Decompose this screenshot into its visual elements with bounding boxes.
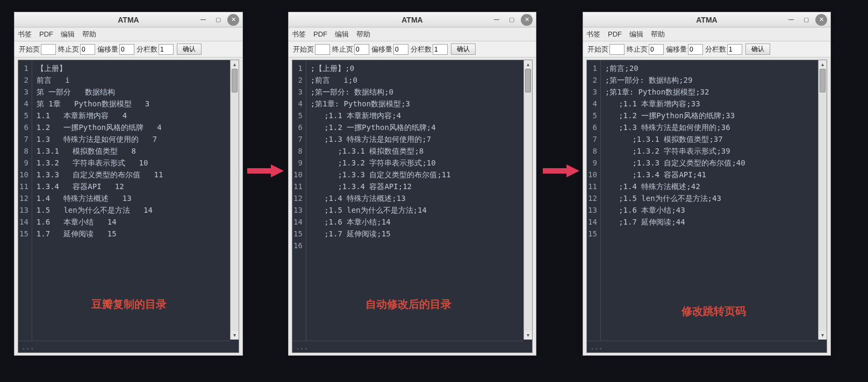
menu-item-3[interactable]: 帮助 <box>651 30 665 39</box>
columns-label: 分栏数 <box>137 45 157 54</box>
code-line: ;1.3.1 模拟数值类型;8 <box>311 145 528 157</box>
code-line: ;1.3 特殊方法是如何使用的;7 <box>311 133 528 145</box>
code-line: ;1.2 一摞Python风格的纸牌;33 <box>605 110 822 121</box>
code-line: ;第一部分: 数据结构;29 <box>605 74 822 86</box>
vertical-scrollbar[interactable]: ▴▾ <box>230 60 239 340</box>
code-line: ;1.1 本章新增内容;33 <box>605 98 822 110</box>
menu-item-1[interactable]: PDF <box>39 30 53 38</box>
editor-area: 1 2 3 4 5 6 7 8 9 10 11 12 13 14 15 16 ;… <box>292 60 533 353</box>
menu-item-0[interactable]: 书签 <box>586 30 600 39</box>
offset-input[interactable] <box>393 44 408 55</box>
end-page-input[interactable] <box>80 44 95 55</box>
toolbar: 开始页终止页偏移量分栏数确认 <box>289 41 536 57</box>
code-line: ;1.7 延伸阅读;15 <box>311 228 528 240</box>
code-line: 1.3.3 自定义类型的布尔值 11 <box>37 169 234 181</box>
vertical-scrollbar[interactable]: ▴▾ <box>523 60 532 340</box>
scroll-thumb[interactable] <box>525 69 531 92</box>
maximize-button[interactable] <box>212 14 224 26</box>
code-line: ;1.7 延伸阅读;44 <box>605 216 822 228</box>
code-line: 1.6 本章小结 14 <box>37 216 234 228</box>
code-line: ;1.5 len为什么不是方法;43 <box>605 192 822 204</box>
code-line: ;前言;20 <box>605 62 822 74</box>
code-line: 1.7 延伸阅读 15 <box>37 228 234 240</box>
code-line: 1.3 特殊方法是如何使用的 7 <box>37 133 234 145</box>
columns-input[interactable] <box>433 44 448 55</box>
maximize-button[interactable] <box>506 14 518 26</box>
code-line <box>605 228 822 240</box>
menu-item-1[interactable]: PDF <box>608 30 622 38</box>
code-line: ;第1章: Python数据模型;32 <box>605 86 822 98</box>
code-line: ;1.4 特殊方法概述;42 <box>605 181 822 192</box>
menu-item-2[interactable]: 编辑 <box>335 30 349 39</box>
scroll-up-icon[interactable]: ▴ <box>231 60 239 69</box>
end-page-label: 终止页 <box>332 45 353 54</box>
line-number-gutter: 1 2 3 4 5 6 7 8 9 10 11 12 13 14 15 <box>587 60 601 342</box>
titlebar: ATMA <box>15 12 242 27</box>
code-line: 1.3.1 模拟数值类型 8 <box>37 145 234 157</box>
end-page-input[interactable] <box>354 44 369 55</box>
end-page-input[interactable] <box>649 44 664 55</box>
menu-item-3[interactable]: 帮助 <box>356 30 370 39</box>
start-page-input[interactable] <box>609 44 625 55</box>
menu-item-2[interactable]: 编辑 <box>61 30 75 39</box>
scroll-up-icon[interactable]: ▴ <box>524 60 532 69</box>
menu-item-0[interactable]: 书签 <box>292 30 306 39</box>
menu-item-2[interactable]: 编辑 <box>629 30 643 39</box>
columns-input[interactable] <box>727 44 742 55</box>
confirm-button[interactable]: 确认 <box>745 44 770 55</box>
code-line: ;1.4 特殊方法概述;13 <box>311 192 528 204</box>
code-line: ;1.3.2 字符串表示形式;39 <box>605 145 822 157</box>
code-line: 1.3.2 字符串表示形式 10 <box>37 157 234 169</box>
code-line: 1.3.4 容器API 12 <box>37 181 234 192</box>
scroll-up-icon[interactable]: ▴ <box>819 60 827 69</box>
offset-label: 偏移量 <box>371 45 392 54</box>
offset-label: 偏移量 <box>97 45 118 54</box>
columns-input[interactable] <box>159 44 174 55</box>
close-button[interactable] <box>521 14 533 26</box>
scroll-down-icon[interactable]: ▾ <box>819 331 827 340</box>
code-line: ;第1章: Python数据模型;3 <box>311 98 528 110</box>
code-content[interactable]: 【上册】前言 i第 一部分 数据结构第 1章 Python数据模型 31.1 本… <box>32 60 239 342</box>
code-line: ;1.6 本章小结;14 <box>311 216 528 228</box>
code-line: ;1.3.4 容器API;41 <box>605 169 822 181</box>
code-content[interactable]: ;前言;20;第一部分: 数据结构;29;第1章: Python数据模型;32 … <box>601 60 827 342</box>
offset-input[interactable] <box>119 44 134 55</box>
minimize-button[interactable] <box>491 14 503 26</box>
code-line: ;【上册】;0 <box>311 62 528 74</box>
code-line: ;1.3.3 自定义类型的布尔值;40 <box>605 157 822 169</box>
svg-marker-0 <box>247 164 284 177</box>
code-line: ;1.3.2 字符串表示形式;10 <box>311 157 528 169</box>
code-line: 1.2 一摞Python风格的纸牌 4 <box>37 121 234 133</box>
close-button[interactable] <box>815 14 827 26</box>
scroll-thumb[interactable] <box>820 69 826 92</box>
confirm-button[interactable]: 确认 <box>177 44 202 55</box>
start-page-label: 开始页 <box>587 45 608 54</box>
confirm-button[interactable]: 确认 <box>451 44 476 55</box>
scroll-down-icon[interactable]: ▾ <box>231 331 239 340</box>
minimize-button[interactable] <box>785 14 797 26</box>
menu-item-0[interactable]: 书签 <box>18 30 32 39</box>
code-line: 1.5 len为什么不是方法 14 <box>37 204 234 216</box>
scroll-down-icon[interactable]: ▾ <box>524 331 532 340</box>
arrow-between-2-3 <box>543 163 579 179</box>
code-line: 第 1章 Python数据模型 3 <box>37 98 234 110</box>
line-number-gutter: 1 2 3 4 5 6 7 8 9 10 11 12 13 14 15 <box>18 60 32 342</box>
code-line: 前言 i <box>37 74 234 86</box>
maximize-button[interactable] <box>800 14 812 26</box>
vertical-scrollbar[interactable]: ▴▾ <box>818 60 827 340</box>
columns-label: 分栏数 <box>411 45 432 54</box>
scroll-thumb[interactable] <box>232 69 238 92</box>
close-button[interactable] <box>227 14 239 26</box>
offset-label: 偏移量 <box>666 45 687 54</box>
start-page-input[interactable] <box>41 44 56 55</box>
menu-item-3[interactable]: 帮助 <box>82 30 96 39</box>
menu-item-1[interactable]: PDF <box>313 30 327 38</box>
offset-input[interactable] <box>688 44 703 55</box>
code-line: ;1.3 特殊方法是如何使用的;36 <box>605 121 822 133</box>
editor-area: 1 2 3 4 5 6 7 8 9 10 11 12 13 14 15 ;前言;… <box>586 60 827 353</box>
minimize-button[interactable] <box>197 14 209 26</box>
start-page-input[interactable] <box>315 44 330 55</box>
code-content[interactable]: ;【上册】;0;前言 i;0;第一部分: 数据结构;0;第1章: Python数… <box>306 60 532 342</box>
end-page-label: 终止页 <box>627 45 648 54</box>
toolbar: 开始页终止页偏移量分栏数确认 <box>583 41 830 57</box>
